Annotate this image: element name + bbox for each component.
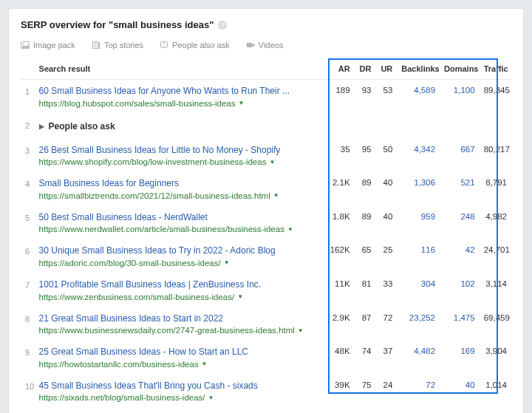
cell-domains[interactable]: 248 [440, 206, 480, 240]
cell-dr: 74 [355, 341, 376, 375]
cell-traffic: 3,904 [480, 341, 511, 375]
cell-backlinks[interactable]: 23,252 [397, 307, 440, 341]
cell-domains[interactable]: 42 [440, 239, 480, 273]
table-row: 925 Great Small Business Ideas - How to … [21, 341, 511, 375]
cell-traffic: 4,982 [480, 206, 511, 240]
row-index: 5 [21, 206, 35, 240]
result-title[interactable]: 30 Unique Small Business Ideas to Try in… [39, 245, 320, 257]
feature-image-pack[interactable]: Image pack [21, 41, 75, 50]
row-index: 7 [21, 273, 35, 307]
col-dr[interactable]: DR [355, 58, 376, 80]
chevron-down-icon: ▼ [287, 226, 293, 233]
chevron-down-icon: ▼ [224, 259, 230, 266]
table-row: 821 Great Small Business Ideas to Start … [21, 307, 511, 341]
feature-label: Image pack [33, 41, 75, 50]
table-wrap: Search result AR DR UR Backlinks Domains… [21, 58, 511, 408]
chevron-down-icon: ▼ [238, 100, 244, 106]
cell-ur: 40 [375, 206, 397, 240]
videos-icon [246, 41, 255, 50]
result-title[interactable]: 1001 Profitable Small Business Ideas | Z… [39, 279, 320, 291]
col-ur[interactable]: UR [375, 58, 397, 80]
feature-people-also-ask[interactable]: ? People also ask [160, 41, 230, 50]
table-row: 160 Small Business Ideas for Anyone Who … [21, 80, 511, 114]
cell-dr: 81 [355, 273, 376, 307]
cell-backlinks[interactable]: 959 [397, 206, 440, 240]
feature-videos[interactable]: Videos [246, 41, 283, 50]
result-title[interactable]: Small Business Ideas for Beginners [39, 178, 320, 190]
top-stories-icon [92, 41, 100, 50]
cell-ar: 1.8K [324, 206, 354, 240]
feature-top-stories[interactable]: Top stories [92, 41, 143, 50]
result-title[interactable]: 45 Small Business Ideas That'll Bring yo… [39, 380, 320, 392]
cell-ur: 33 [375, 273, 397, 307]
cell-domains[interactable]: 667 [440, 139, 480, 173]
col-search-result[interactable]: Search result [35, 58, 324, 80]
chevron-down-icon: ▼ [208, 395, 214, 401]
cell-backlinks[interactable]: 1,306 [397, 172, 440, 206]
cell-ar: 189 [324, 80, 354, 114]
result-url[interactable]: https://www.zenbusiness.com/small-busine… [39, 293, 320, 301]
svg-text:?: ? [163, 42, 166, 47]
cell-domains[interactable]: 102 [440, 273, 480, 307]
chevron-down-icon: ▼ [237, 293, 243, 300]
result-url[interactable]: https://www.businessnewsdaily.com/2747-g… [39, 326, 320, 335]
col-traffic[interactable]: Traffic [480, 58, 511, 80]
result-url[interactable]: https://adoric.com/blog/30-small-busines… [39, 259, 320, 267]
feature-label: Videos [259, 41, 283, 50]
cell-backlinks[interactable]: 4,589 [397, 80, 440, 114]
help-icon[interactable]: ? [218, 21, 227, 30]
cell-domains[interactable]: 40 [440, 375, 480, 409]
table-row: 2▶People also ask [21, 114, 511, 139]
result-title[interactable]: 60 Small Business Ideas for Anyone Who W… [39, 86, 320, 98]
cell-dr: 65 [355, 239, 376, 273]
cell-backlinks[interactable]: 4,342 [397, 139, 440, 173]
table-row: 550 Best Small Business Ideas - NerdWall… [21, 206, 511, 240]
cell-ar: 2.9K [324, 307, 354, 341]
serp-overview-card: SERP overview for "small business ideas"… [9, 9, 523, 413]
people-also-ask-icon: ? [160, 41, 168, 50]
title-row: SERP overview for "small business ideas"… [21, 19, 511, 30]
col-domains[interactable]: Domains [440, 58, 480, 80]
cell-backlinks[interactable]: 4,482 [397, 341, 440, 375]
cell-ur: 24 [375, 375, 397, 409]
cell-ar: 162K [324, 239, 354, 273]
cell-domains[interactable]: 1,100 [440, 80, 480, 114]
cell-ur: 25 [375, 239, 397, 273]
paa-label: People also ask [49, 121, 115, 132]
cell-domains[interactable]: 169 [440, 341, 480, 375]
result-url[interactable]: https://blog.hubspot.com/sales/small-bus… [39, 99, 320, 108]
cell-ar: 2.1K [324, 172, 354, 206]
result-url[interactable]: https://howtostartanllc.com/business-ide… [39, 360, 320, 369]
cell-dr: 87 [355, 307, 376, 341]
result-title[interactable]: 50 Best Small Business Ideas - NerdWalle… [39, 212, 320, 224]
cell-dr: 93 [355, 80, 376, 114]
col-ar[interactable]: AR [324, 58, 354, 80]
cell-ur: 37 [375, 341, 397, 375]
result-url[interactable]: https://www.nerdwallet.com/article/small… [39, 225, 320, 233]
result-title[interactable]: 21 Great Small Business Ideas to Start i… [39, 313, 320, 325]
people-also-ask-row[interactable]: ▶People also ask [39, 121, 507, 132]
cell-ar: 35 [324, 139, 354, 173]
cell-backlinks[interactable]: 72 [397, 375, 440, 409]
result-url[interactable]: https://www.shopify.com/blog/low-investm… [39, 157, 320, 166]
table-row: 4Small Business Ideas for Beginnershttps… [21, 172, 511, 206]
result-title[interactable]: 26 Best Small Business Ideas for Little … [39, 145, 320, 157]
svg-point-1 [23, 44, 24, 45]
cell-ur: 40 [375, 172, 397, 206]
col-backlinks[interactable]: Backlinks [397, 58, 440, 80]
page-title: SERP overview for "small business ideas" [21, 19, 214, 30]
result-url[interactable]: https://sixads.net/blog/small-business-i… [39, 393, 320, 402]
result-title[interactable]: 25 Great Small Business Ideas - How to S… [39, 347, 320, 358]
cell-dr: 95 [355, 139, 376, 173]
cell-ur: 53 [375, 80, 397, 114]
cell-ur: 50 [375, 139, 397, 173]
cell-domains[interactable]: 1,475 [440, 307, 480, 341]
result-url[interactable]: https://smallbiztrends.com/2021/12/small… [39, 191, 320, 200]
table-row: 71001 Profitable Small Business Ideas | … [21, 273, 511, 307]
row-index: 2 [21, 114, 35, 139]
chevron-down-icon: ▼ [298, 327, 304, 334]
cell-backlinks[interactable]: 116 [397, 239, 440, 273]
cell-ur: 72 [375, 307, 397, 341]
cell-domains[interactable]: 521 [440, 172, 480, 206]
cell-backlinks[interactable]: 304 [397, 273, 440, 307]
